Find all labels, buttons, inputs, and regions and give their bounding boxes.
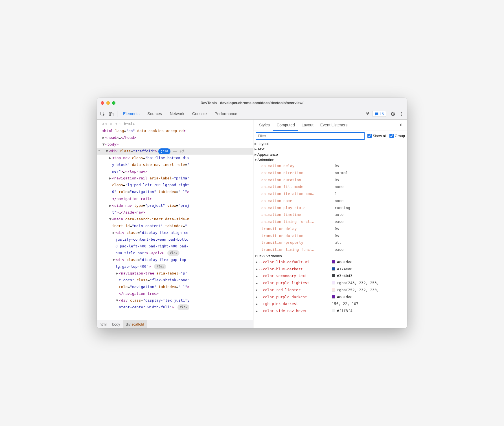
- disclosure-icon[interactable]: ▶: [109, 155, 112, 161]
- disclosure-right-icon: ▶: [255, 260, 258, 265]
- css-variable[interactable]: ▶--color-secondary-text#3c4043: [253, 273, 407, 280]
- devtools-window: DevTools - developer.chrome.com/docs/dev…: [97, 98, 407, 328]
- messages-count: 15: [380, 112, 384, 116]
- main-tab-sources[interactable]: Sources: [143, 108, 166, 119]
- minimize-window-button[interactable]: [106, 101, 110, 105]
- disclosure-right-icon: ▶: [254, 142, 257, 145]
- sidebar-tabs: StylesComputedLayoutEvent Listeners: [253, 120, 407, 131]
- css-variable[interactable]: ▶--color-purple-lightestrgba(243, 232, 2…: [253, 280, 407, 287]
- computed-pane[interactable]: ▶ Layout▶ Text▶ Appearance▼ Animationani…: [253, 141, 407, 328]
- maximize-window-button[interactable]: [112, 101, 115, 105]
- disclosure-right-icon: ▶: [255, 281, 258, 286]
- computed-property[interactable]: animation-timelineauto: [253, 211, 407, 218]
- main-tabs: ElementsSourcesNetworkConsolePerformance: [119, 108, 363, 119]
- sub-tab-event-listeners[interactable]: Event Listeners: [317, 120, 351, 131]
- disclosure-right-icon: ▶: [254, 148, 257, 151]
- section-css-variables[interactable]: ▼ CSS Variables: [253, 253, 407, 259]
- css-variable[interactable]: ▶--color-blue-darkest#174ea6: [253, 266, 407, 273]
- computed-property[interactable]: animation-play-staterunning: [253, 205, 407, 212]
- main-toolbar: ElementsSourcesNetworkConsolePerformance…: [97, 108, 407, 120]
- disclosure-right-icon: ▶: [255, 267, 258, 272]
- disclosure-right-icon: ▶: [254, 153, 257, 156]
- toolbar-divider: [117, 111, 117, 117]
- computed-property[interactable]: animation-iteration-cou…1: [253, 190, 407, 197]
- svg-point-4: [401, 113, 402, 114]
- titlebar: DevTools - developer.chrome.com/docs/dev…: [97, 98, 407, 108]
- sub-tab-layout[interactable]: Layout: [298, 120, 317, 131]
- section-layout[interactable]: ▶ Layout: [253, 141, 407, 146]
- sub-tab-computed[interactable]: Computed: [273, 120, 298, 131]
- svg-point-5: [401, 115, 402, 116]
- disclosure-icon[interactable]: ▶: [115, 270, 119, 277]
- disclosure-icon[interactable]: ▶: [112, 229, 115, 236]
- inspect-element-icon[interactable]: [98, 110, 107, 118]
- dom-tree[interactable]: <!DOCTYPE html><html lang="en" data-cook…: [97, 120, 253, 320]
- main-tab-console[interactable]: Console: [188, 108, 211, 119]
- main-tab-elements[interactable]: Elements: [119, 108, 143, 119]
- css-variable[interactable]: ▶--color-link-default-vi…#681da8: [253, 259, 407, 266]
- traffic-lights: [101, 101, 115, 105]
- svg-rect-2: [111, 113, 113, 116]
- section-animation[interactable]: ▼ Animation: [253, 157, 407, 163]
- close-window-button[interactable]: [101, 101, 104, 105]
- device-toolbar-icon[interactable]: [107, 110, 115, 118]
- disclosure-down-icon: ▼: [254, 158, 257, 161]
- computed-property[interactable]: animation-fill-modenone: [253, 183, 407, 190]
- window-title: DevTools - developer.chrome.com/docs/dev…: [201, 101, 304, 105]
- css-variable[interactable]: ▶--color-purple-darkest#681da8: [253, 294, 407, 301]
- disclosure-icon[interactable]: ▼: [112, 256, 115, 263]
- disclosure-right-icon: ▶: [255, 309, 258, 314]
- disclosure-icon[interactable]: ▶: [109, 202, 112, 209]
- disclosure-right-icon: ▶: [255, 295, 258, 300]
- disclosure-icon[interactable]: ▼: [109, 216, 112, 223]
- computed-property[interactable]: transition-propertyall: [253, 239, 407, 246]
- computed-property[interactable]: animation-duration0s: [253, 177, 407, 184]
- more-subtabs-icon[interactable]: [396, 120, 405, 131]
- css-variable[interactable]: ▶--rgb-pink-darkest156, 22, 107: [253, 300, 407, 308]
- disclosure-icon[interactable]: ▼: [115, 297, 119, 304]
- disclosure-right-icon: ▶: [255, 302, 258, 307]
- computed-property[interactable]: animation-timing-functi…ease: [253, 218, 407, 225]
- panel-body: <!DOCTYPE html><html lang="en" data-cook…: [97, 120, 407, 328]
- svg-point-3: [401, 112, 402, 113]
- section-text[interactable]: ▶ Text: [253, 146, 407, 152]
- computed-property[interactable]: transition-delay0s: [253, 225, 407, 232]
- more-tabs-icon[interactable]: [363, 112, 372, 116]
- disclosure-icon[interactable]: ▶: [109, 175, 112, 182]
- breadcrumb-item[interactable]: body: [109, 320, 123, 328]
- section-appearance[interactable]: ▶ Appearance: [253, 152, 407, 157]
- computed-property[interactable]: animation-namenone: [253, 197, 407, 205]
- sub-tab-styles[interactable]: Styles: [256, 120, 273, 131]
- disclosure-right-icon: ▶: [255, 287, 258, 293]
- computed-property[interactable]: animation-delay0s: [253, 163, 407, 170]
- main-tab-network[interactable]: Network: [166, 108, 188, 119]
- main-tab-performance[interactable]: Performance: [211, 108, 241, 119]
- computed-property[interactable]: animation-directionnormal: [253, 170, 407, 177]
- disclosure-right-icon: ▶: [255, 274, 258, 279]
- css-variable[interactable]: ▶--color-side-nav-hover#f1f3f4: [253, 308, 407, 315]
- message-icon: [375, 112, 379, 116]
- filter-input[interactable]: [256, 132, 365, 140]
- elements-panel: <!DOCTYPE html><html lang="en" data-cook…: [97, 120, 253, 328]
- styles-sidebar: StylesComputedLayoutEvent Listeners Show…: [253, 120, 407, 328]
- disclosure-icon[interactable]: ▶: [102, 134, 105, 141]
- breadcrumb-item[interactable]: div.scaffold: [123, 320, 147, 328]
- kebab-menu-icon[interactable]: [397, 110, 406, 118]
- computed-property[interactable]: transition-timing-funct…ease: [253, 246, 407, 253]
- computed-property[interactable]: transition-duration0s: [253, 232, 407, 240]
- css-variable[interactable]: ▶--color-red-lighterrgba(252, 232, 230,: [253, 287, 407, 294]
- breadcrumb-bar: htmlbodydiv.scaffold: [97, 320, 253, 328]
- filter-row: Show all Group: [253, 131, 407, 141]
- group-checkbox[interactable]: Group: [389, 134, 405, 138]
- breadcrumb-item[interactable]: html: [97, 320, 109, 328]
- show-all-checkbox[interactable]: Show all: [367, 134, 387, 138]
- disclosure-icon[interactable]: ▼: [105, 148, 109, 155]
- messages-badge[interactable]: 15: [372, 111, 386, 117]
- settings-gear-icon[interactable]: [389, 110, 397, 118]
- disclosure-icon[interactable]: ▼: [102, 141, 105, 148]
- disclosure-down-icon: ▼: [254, 254, 257, 258]
